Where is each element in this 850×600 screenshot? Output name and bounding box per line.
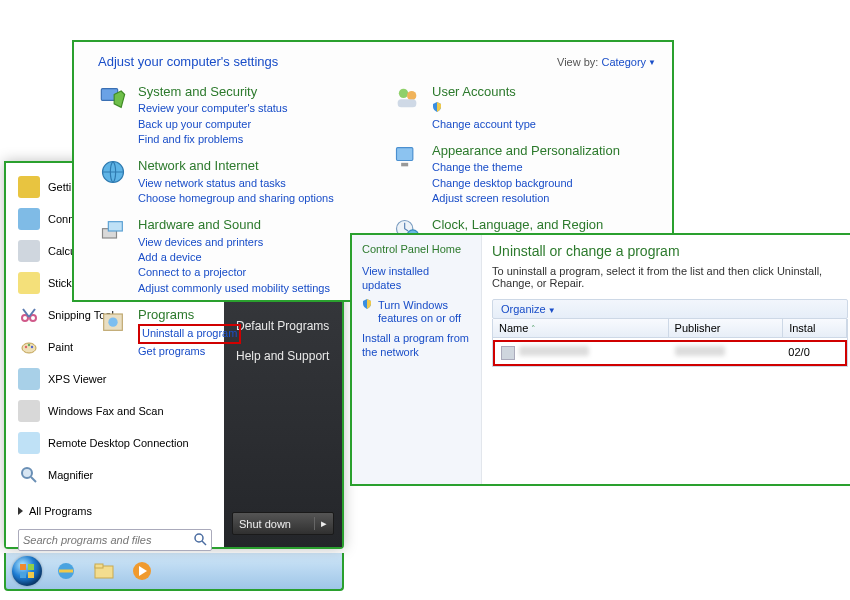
category-title[interactable]: Network and Internet bbox=[138, 157, 334, 175]
sublink[interactable]: Get programs bbox=[138, 344, 241, 359]
windows-logo-icon bbox=[19, 563, 35, 579]
view-installed-updates-link[interactable]: View installed updates bbox=[362, 265, 471, 293]
control-panel-home-link[interactable]: Control Panel Home bbox=[362, 243, 471, 255]
taskbar-ie-icon[interactable] bbox=[52, 559, 80, 583]
start-item-xps[interactable]: XPS Viewer bbox=[12, 363, 218, 395]
svg-rect-21 bbox=[20, 564, 26, 570]
sublink[interactable]: Adjust commonly used mobility settings bbox=[138, 281, 330, 296]
column-name[interactable]: Name bbox=[493, 319, 669, 337]
view-by-label: View by: bbox=[557, 56, 598, 68]
chevron-down-icon: ▼ bbox=[548, 306, 556, 315]
calculator-icon bbox=[18, 240, 40, 262]
magnifier-icon bbox=[18, 464, 40, 486]
xps-viewer-icon bbox=[18, 368, 40, 390]
column-publisher[interactable]: Publisher bbox=[669, 319, 784, 337]
svg-point-16 bbox=[25, 346, 27, 348]
start-item-fax[interactable]: Windows Fax and Scan bbox=[12, 395, 218, 427]
svg-point-6 bbox=[399, 89, 408, 98]
control-panel-header: Adjust your computer's settings View by:… bbox=[98, 54, 656, 69]
svg-point-7 bbox=[407, 91, 416, 100]
category-system-security: System and Security Review your computer… bbox=[98, 83, 362, 147]
search-input[interactable] bbox=[23, 534, 193, 546]
sublink[interactable]: Find and fix problems bbox=[138, 132, 287, 147]
sublink[interactable]: Review your computer's status bbox=[138, 101, 287, 116]
shield-icon bbox=[362, 299, 372, 327]
category-title[interactable]: Programs bbox=[138, 306, 241, 324]
start-item-magnifier[interactable]: Magnifier bbox=[12, 459, 218, 491]
sticky-notes-icon bbox=[18, 272, 40, 294]
svg-point-18 bbox=[31, 346, 33, 348]
taskbar bbox=[4, 553, 344, 591]
fax-scan-icon bbox=[18, 400, 40, 422]
category-hardware-sound: Hardware and Sound View devices and prin… bbox=[98, 216, 362, 296]
uninstall-main: Uninstall or change a program To uninsta… bbox=[482, 235, 850, 484]
uninstall-description: To uninstall a program, select it from t… bbox=[492, 265, 848, 289]
svg-rect-9 bbox=[397, 148, 413, 161]
taskbar-media-player-icon[interactable] bbox=[128, 559, 156, 583]
category-network-internet: Network and Internet View network status… bbox=[98, 157, 362, 206]
uninstall-program-link-highlighted[interactable]: Uninstall a program bbox=[138, 324, 241, 343]
search-icon bbox=[193, 532, 207, 548]
shutdown-area: Shut down ▸ bbox=[224, 506, 342, 541]
network-internet-icon bbox=[98, 157, 128, 187]
all-programs-button[interactable]: All Programs bbox=[12, 499, 218, 523]
remote-desktop-icon bbox=[18, 432, 40, 454]
svg-rect-22 bbox=[28, 564, 34, 570]
view-by-group: View by: Category▼ bbox=[557, 56, 656, 68]
sublink[interactable]: View network status and tasks bbox=[138, 176, 334, 191]
view-by-dropdown[interactable]: Category▼ bbox=[601, 56, 656, 68]
start-search-box[interactable] bbox=[18, 529, 212, 551]
category-title[interactable]: System and Security bbox=[138, 83, 287, 101]
turn-windows-features-link[interactable]: Turn Windows features on or off bbox=[362, 299, 471, 327]
category-title[interactable]: Clock, Language, and Region bbox=[432, 216, 637, 234]
sublink[interactable]: Adjust screen resolution bbox=[432, 191, 620, 206]
category-user-accounts: User Accounts Change account type bbox=[392, 83, 656, 132]
svg-rect-3 bbox=[108, 222, 122, 231]
category-title[interactable]: User Accounts bbox=[432, 83, 536, 101]
organize-dropdown[interactable]: Organize▼ bbox=[501, 303, 556, 315]
paint-icon bbox=[18, 336, 40, 358]
svg-point-17 bbox=[28, 344, 30, 346]
install-from-network-link[interactable]: Install a program from the network bbox=[362, 332, 471, 360]
chevron-down-icon: ▼ bbox=[648, 58, 656, 67]
hardware-sound-icon bbox=[98, 216, 128, 246]
uninstall-programs-window: Control Panel Home View installed update… bbox=[350, 233, 850, 486]
sublink[interactable]: Back up your computer bbox=[138, 117, 287, 132]
shield-icon bbox=[432, 101, 536, 116]
programs-icon bbox=[98, 306, 128, 336]
category-title[interactable]: Appearance and Personalization bbox=[432, 142, 620, 160]
taskbar-explorer-icon[interactable] bbox=[90, 559, 118, 583]
column-installed[interactable]: Instal bbox=[783, 319, 847, 337]
svg-rect-27 bbox=[95, 564, 103, 568]
toolbar: Organize▼ bbox=[492, 299, 848, 319]
user-accounts-icon bbox=[392, 83, 422, 113]
start-search-area bbox=[12, 523, 218, 557]
start-item-rdp[interactable]: Remote Desktop Connection bbox=[12, 427, 218, 459]
installed-date: 02/0 bbox=[782, 342, 845, 364]
sublink[interactable]: Add a device bbox=[138, 250, 330, 265]
chevron-right-icon[interactable]: ▸ bbox=[314, 517, 327, 530]
category-appearance: Appearance and Personalization Change th… bbox=[392, 142, 656, 206]
category-title[interactable]: Hardware and Sound bbox=[138, 216, 330, 234]
programs-table-header: Name Publisher Instal bbox=[493, 319, 847, 338]
start-orb[interactable] bbox=[12, 556, 42, 586]
sublink[interactable]: Choose homegroup and sharing options bbox=[138, 191, 334, 206]
svg-rect-24 bbox=[28, 572, 34, 578]
shutdown-button[interactable]: Shut down ▸ bbox=[232, 512, 334, 535]
sublink[interactable]: Change the theme bbox=[432, 160, 620, 175]
table-row-highlighted[interactable]: 02/0 bbox=[493, 340, 847, 366]
sublink[interactable]: Connect to a projector bbox=[138, 265, 330, 280]
uninstall-sidebar: Control Panel Home View installed update… bbox=[352, 235, 482, 484]
app-icon bbox=[18, 208, 40, 230]
category-left-column: System and Security Review your computer… bbox=[98, 83, 362, 359]
publisher-blurred bbox=[675, 346, 725, 356]
programs-table: Name Publisher Instal 02/0 bbox=[492, 319, 848, 367]
category-sublinks: Review your computer's status Back up yo… bbox=[138, 101, 287, 147]
sublink[interactable]: View devices and printers bbox=[138, 235, 330, 250]
snipping-tool-icon bbox=[18, 304, 40, 326]
sublink[interactable]: Change account type bbox=[432, 117, 536, 132]
sublink[interactable]: Change desktop background bbox=[432, 176, 620, 191]
system-security-icon bbox=[98, 83, 128, 113]
svg-rect-10 bbox=[401, 163, 408, 167]
svg-point-5 bbox=[108, 318, 117, 327]
